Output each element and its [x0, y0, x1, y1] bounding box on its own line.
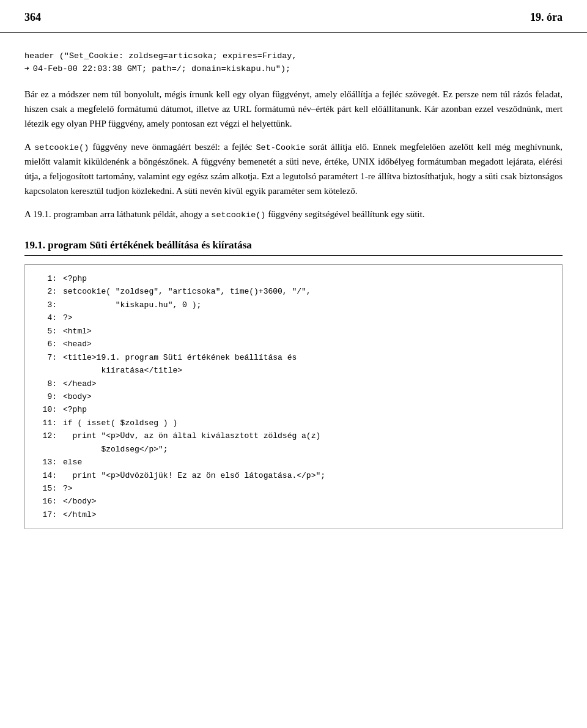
inline-code-setcookie-2: setcookie()	[211, 210, 265, 220]
code-line-2-text: 04-Feb-00 22:03:38 GMT; path=/; domain=k…	[33, 63, 290, 76]
code-row-10: 10: <?php	[25, 403, 562, 416]
line-content-12b: $zoldseg</p>";	[63, 443, 168, 456]
inline-code-setcookie: setcookie()	[34, 143, 89, 152]
code-row-4: 4: ?>	[25, 311, 562, 324]
chapter-title: 19. óra	[530, 11, 563, 24]
line-content-17: </html>	[63, 508, 97, 521]
code-row-12b: $zoldseg</p>";	[25, 443, 562, 456]
line-content-14: print "<p>Üdvözöljük! Ez az ön első láto…	[63, 469, 325, 482]
line-num-8: 8:	[36, 377, 57, 390]
line-num-2: 2:	[36, 285, 57, 298]
code-row-1: 1: <?php	[25, 272, 562, 285]
code-listing: 1: <?php 2: setcookie( "zoldseg", "artic…	[24, 264, 563, 529]
line-content-9: <body>	[63, 390, 92, 403]
line-num-7: 7:	[36, 351, 57, 364]
code-line-2: ➜ 04-Feb-00 22:03:38 GMT; path=/; domain…	[24, 63, 563, 76]
code-row-17: 17: </html>	[25, 508, 562, 521]
arrow-icon: ➜	[24, 63, 29, 75]
code-row-7b: kiíratása</title>	[25, 364, 562, 377]
code-row-13: 13: else	[25, 456, 562, 469]
section-number: 19.1.	[24, 239, 48, 251]
code-row-12: 12: print "<p>Üdv, az ön által kiválaszt…	[25, 429, 562, 442]
line-num-6: 6:	[36, 338, 57, 351]
line-num-14: 14:	[36, 469, 57, 482]
line-content-1: <?php	[63, 272, 87, 285]
line-content-7b: kiíratása</title>	[63, 364, 182, 377]
paragraph-2: A setcookie() függvény neve önmagáért be…	[24, 139, 563, 199]
line-num-9: 9:	[36, 390, 57, 403]
line-num-13: 13:	[36, 456, 57, 469]
code-header-block: header ("Set_Cookie: zoldseg=articsoka; …	[24, 50, 563, 76]
code-row-8: 8: </head>	[25, 377, 562, 390]
section-title: program Süti értékének beállítása és kií…	[48, 239, 252, 251]
line-content-12: print "<p>Üdv, az ön által kiválasztott …	[63, 429, 320, 442]
content-area: header ("Set_Cookie: zoldseg=articsoka; …	[0, 33, 587, 552]
line-num-11: 11:	[36, 417, 57, 429]
code-row-14: 14: print "<p>Üdvözöljük! Ez az ön első …	[25, 469, 562, 482]
line-content-5: <html>	[63, 325, 92, 338]
code-line-1-text: header ("Set_Cookie: zoldseg=articsoka; …	[24, 50, 297, 63]
line-content-8: </head>	[63, 377, 97, 390]
inline-code-set-cookie: Set-Cookie	[256, 143, 305, 152]
page-container: 364 19. óra header ("Set_Cookie: zoldseg…	[0, 0, 587, 728]
line-num-10: 10:	[36, 403, 57, 416]
line-content-3: "kiskapu.hu", 0 );	[63, 299, 201, 311]
line-num-5: 5:	[36, 325, 57, 338]
code-line-1: header ("Set_Cookie: zoldseg=articsoka; …	[24, 50, 563, 63]
page-header: 364 19. óra	[0, 0, 587, 33]
page-number: 364	[24, 11, 41, 24]
line-content-10: <?php	[63, 403, 87, 416]
code-row-2: 2: setcookie( "zoldseg", "articsoka", ti…	[25, 285, 562, 298]
line-content-6: <head>	[63, 338, 92, 351]
line-content-15: ?>	[63, 482, 73, 495]
line-num-12: 12:	[36, 429, 57, 442]
line-content-11: if ( isset( $zoldseg ) )	[63, 417, 177, 429]
line-num-1: 1:	[36, 272, 57, 285]
line-content-16: </body>	[63, 495, 97, 508]
paragraph-3: A 19.1. programban arra láthatunk példát…	[24, 207, 563, 222]
line-num-3: 3:	[36, 299, 57, 311]
code-row-9: 9: <body>	[25, 390, 562, 403]
line-content-2: setcookie( "zoldseg", "articsoka", time(…	[63, 285, 311, 298]
section-heading: 19.1. program Süti értékének beállítása …	[24, 239, 563, 256]
code-row-11: 11: if ( isset( $zoldseg ) )	[25, 417, 562, 429]
code-row-7: 7: <title>19.1. program Süti értékének b…	[25, 351, 562, 364]
line-content-13: else	[63, 456, 82, 469]
code-row-16: 16: </body>	[25, 495, 562, 508]
line-content-7: <title>19.1. program Süti értékének beál…	[63, 351, 297, 364]
line-num-15: 15:	[36, 482, 57, 495]
line-num-17: 17:	[36, 508, 57, 521]
code-row-15: 15: ?>	[25, 482, 562, 495]
line-num-4: 4:	[36, 311, 57, 324]
code-row-3: 3: "kiskapu.hu", 0 );	[25, 299, 562, 311]
line-num-16: 16:	[36, 495, 57, 508]
paragraph-1: Bár ez a módszer nem túl bonyolult, mégi…	[24, 87, 563, 131]
code-row-5: 5: <html>	[25, 325, 562, 338]
code-row-6: 6: <head>	[25, 338, 562, 351]
line-content-4: ?>	[63, 311, 73, 324]
